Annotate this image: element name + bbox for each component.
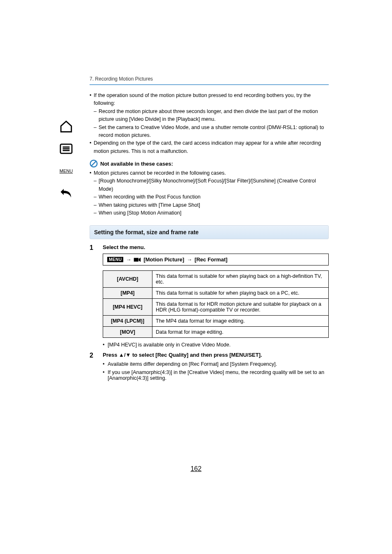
format-desc: The MP4 data format for image editing. xyxy=(152,316,329,327)
menu-path: MENU → [Motion Picture] → [Rec Format] xyxy=(103,254,329,265)
body-text: When using [Stop Motion Animation] xyxy=(99,209,329,217)
format-desc: Data format for image editing. xyxy=(152,327,329,338)
back-icon[interactable] xyxy=(58,186,75,201)
sidebar-nav: MENU xyxy=(58,119,78,201)
step-2-note: If you use [Anamorphic(4:3)] in the [Cre… xyxy=(108,369,329,381)
menu-path-segment: [Rec Format] xyxy=(194,256,227,263)
dash: – xyxy=(94,124,99,140)
svg-line-5 xyxy=(91,161,96,166)
body-text: Set the camera to Creative Video Mode, a… xyxy=(99,124,329,140)
svg-rect-6 xyxy=(134,258,138,261)
table-row: [AVCHD] This data format is suitable for… xyxy=(103,271,329,288)
section-title: Setting the format, size and frame rate xyxy=(94,229,198,235)
menu-badge: MENU xyxy=(107,257,123,262)
step-1-note: [MP4 HEVC] is available only in Creative… xyxy=(108,342,231,348)
format-desc: This data format is suitable for when pl… xyxy=(152,288,329,299)
body-text: When recording with the Post Focus funct… xyxy=(99,193,329,201)
not-available-icon xyxy=(90,159,98,168)
bullet-dot: • xyxy=(90,92,94,108)
format-desc: This data format is for HDR motion pictu… xyxy=(152,299,329,316)
bullet-dot: • xyxy=(90,139,94,155)
step-number-2: 2 xyxy=(90,352,97,383)
bullet-dot: • xyxy=(103,361,108,367)
arrow-icon: → xyxy=(187,256,192,263)
table-row: [MP4 (LPCM)] The MP4 data format for ima… xyxy=(103,316,329,327)
video-icon xyxy=(134,257,141,263)
step-2-note: Available items differ depending on [Rec… xyxy=(108,361,277,367)
body-text: Depending on the type of the card, the c… xyxy=(94,139,329,155)
dash: – xyxy=(94,209,99,217)
table-row: [MP4 HEVC] This data format is for HDR m… xyxy=(103,299,329,316)
body-text: If the operation sound of the motion pic… xyxy=(94,92,329,108)
menu-path-segment: [Motion Picture] xyxy=(143,256,184,263)
arrow-icon: → xyxy=(126,256,131,263)
format-label: [MP4] xyxy=(103,288,152,299)
home-icon[interactable] xyxy=(58,119,75,134)
step-number-1: 1 xyxy=(90,244,97,350)
dash: – xyxy=(94,201,99,209)
body-text: Motion pictures cannot be recorded in th… xyxy=(94,169,329,177)
bullet-dot: • xyxy=(103,369,108,381)
table-row: [MP4] This data format is suitable for w… xyxy=(103,288,329,299)
bullet-dot: • xyxy=(90,169,94,177)
step-2-title: Press ▲/▼ to select [Rec Quality] and th… xyxy=(103,352,329,358)
step-1-title: Select the menu. xyxy=(103,244,329,250)
table-row: [MOV] Data format for image editing. xyxy=(103,327,329,338)
dash: – xyxy=(94,177,99,193)
dash: – xyxy=(94,193,99,201)
not-available-title: Not available in these cases: xyxy=(100,161,173,167)
body-text: [Rough Monochrome]/[Silky Monochrome]/[S… xyxy=(99,177,329,193)
format-label: [MP4 (LPCM)] xyxy=(103,316,152,327)
menu-text-icon[interactable]: MENU xyxy=(58,164,75,178)
body-text: When taking pictures with [Time Lapse Sh… xyxy=(99,201,329,209)
dash: – xyxy=(94,108,99,124)
format-desc: This data format is suitable for when pl… xyxy=(152,271,329,288)
format-label: [MOV] xyxy=(103,327,152,338)
body-text: Record the motion picture about three se… xyxy=(99,108,329,124)
format-label: [AVCHD] xyxy=(103,271,152,288)
page-number[interactable]: 162 xyxy=(0,465,392,473)
rec-format-table: [AVCHD] This data format is suitable for… xyxy=(103,270,329,338)
section-banner: Setting the format, size and frame rate xyxy=(90,225,329,239)
format-label: [MP4 HEVC] xyxy=(103,299,152,316)
bullet-dot: • xyxy=(103,342,108,348)
chapter-heading: 7. Recording Motion Pictures xyxy=(90,76,329,85)
list-icon[interactable] xyxy=(58,141,75,156)
